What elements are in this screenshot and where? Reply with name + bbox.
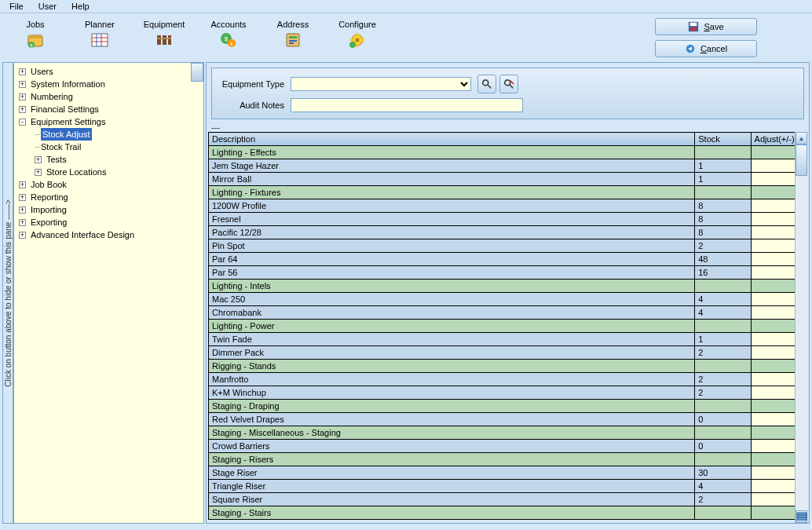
expand-icon[interactable]: + (19, 194, 26, 201)
category-row[interactable]: Staging - Draping (209, 400, 807, 413)
tree-item[interactable]: +Exporting (16, 216, 202, 228)
cell-description: Staging - Stairs (209, 506, 695, 520)
tree-scroll-thumb[interactable] (191, 63, 203, 82)
grid-scrollbar[interactable]: ▲ ▼ (795, 132, 807, 523)
main-area: Click on button above to hide or show th… (0, 60, 812, 526)
item-row[interactable]: Dimmer Pack2 (209, 346, 807, 360)
item-row[interactable]: Jem Stage Hazer1 (209, 159, 807, 173)
equipment-type-select[interactable] (291, 77, 471, 91)
expand-icon[interactable]: + (19, 207, 26, 214)
expand-icon[interactable]: + (35, 169, 42, 176)
tree-item[interactable]: +Advanced Interface Design (16, 228, 202, 241)
item-row[interactable]: Fresnel8 (209, 213, 807, 226)
tree-item-label: Store Locations (46, 166, 106, 178)
cell-stock: 2 (695, 493, 751, 506)
cell-description: K+M Winchup (209, 386, 695, 400)
toolbar-accounts[interactable]: Accounts $€ (201, 18, 256, 51)
cell-stock: 2 (695, 239, 751, 253)
expand-icon[interactable]: + (19, 181, 26, 188)
toolbar-accounts-label: Accounts (210, 20, 246, 29)
search-button[interactable] (477, 75, 496, 93)
cell-description: Mac 250 (209, 293, 695, 306)
toolbar-address-label: Address (277, 20, 309, 29)
toolbar-configure[interactable]: Configure (330, 18, 385, 51)
toolbar-planner[interactable]: Planner (72, 18, 127, 51)
toolbar-equipment[interactable]: Equipment (137, 18, 192, 51)
search-clear-icon (503, 79, 514, 90)
tree-item[interactable]: +Importing (16, 203, 202, 216)
item-row[interactable]: Chromabank4 (209, 306, 807, 320)
category-row[interactable]: Rigging - Stands (209, 360, 807, 373)
svg-rect-30 (691, 27, 697, 31)
tree-item[interactable]: +Users (16, 65, 202, 78)
cancel-button[interactable]: Cancel (655, 40, 757, 57)
menu-file[interactable]: File (3, 0, 30, 13)
cell-stock (695, 453, 751, 466)
menu-help[interactable]: Help (65, 0, 96, 13)
tree-item[interactable]: +System Information (16, 78, 202, 90)
tree-item[interactable]: -Equipment Settings (16, 115, 202, 128)
item-row[interactable]: Par 6448 (209, 253, 807, 266)
expand-icon[interactable]: + (35, 156, 42, 163)
category-row[interactable]: Staging - Stairs (209, 506, 807, 520)
expand-icon[interactable]: + (19, 232, 26, 239)
svg-rect-11 (168, 35, 171, 45)
collapse-icon[interactable]: - (19, 119, 26, 126)
svg-rect-12 (157, 38, 171, 39)
category-row[interactable]: Staging - Risers (209, 453, 807, 466)
item-row[interactable]: Triangle Riser4 (209, 480, 807, 493)
svg-line-33 (488, 85, 491, 88)
tree-item[interactable]: +Financial Settings (16, 103, 202, 115)
item-row[interactable]: Stage Riser30 (209, 466, 807, 480)
cell-stock (695, 400, 751, 413)
item-row[interactable]: Square Riser2 (209, 493, 807, 506)
item-row[interactable]: Mirror Ball1 (209, 173, 807, 186)
item-row[interactable]: K+M Winchup2 (209, 386, 807, 400)
item-row[interactable]: 1200W Profile8 (209, 199, 807, 213)
tree-item-label: Users (31, 65, 53, 78)
tree-item[interactable]: ····Stock Trail (16, 141, 202, 153)
item-row[interactable]: Pin Spot2 (209, 239, 807, 253)
toolbar-address[interactable]: Address (265, 18, 320, 51)
tree-item[interactable]: ····Stock Adjust (16, 128, 202, 141)
svg-rect-25 (349, 39, 353, 41)
col-description[interactable]: Description (209, 133, 695, 146)
tree-item[interactable]: +Reporting (16, 191, 202, 203)
nav-tree[interactable]: +Users+System Information+Numbering+Fina… (13, 62, 204, 524)
col-stock[interactable]: Stock (695, 133, 751, 146)
item-row[interactable]: Red Velvet Drapes0 (209, 413, 807, 426)
svg-point-22 (356, 38, 360, 42)
category-row[interactable]: Lighting - Fixtures (209, 186, 807, 199)
toolbar-planner-label: Planner (85, 20, 115, 29)
hide-pane-strip[interactable]: Click on button above to hide or show th… (2, 62, 13, 524)
category-row[interactable]: Lighting - Power (209, 320, 807, 333)
expand-icon[interactable]: + (19, 81, 26, 88)
category-row[interactable]: Staging - Miscellaneous - Staging (209, 426, 807, 440)
category-row[interactable]: Lighting - Effects (209, 146, 807, 159)
item-row[interactable]: Mac 2504 (209, 293, 807, 306)
item-row[interactable]: Par 5616 (209, 266, 807, 280)
item-row[interactable]: Crowd Barriers0 (209, 440, 807, 453)
audit-notes-input[interactable] (291, 98, 523, 112)
stock-grid[interactable]: Description Stock Adjust(+/-) Lighting -… (208, 132, 807, 520)
tree-item[interactable]: +Store Locations (16, 166, 202, 178)
menu-user[interactable]: User (32, 0, 63, 13)
cell-description: Pin Spot (209, 239, 695, 253)
toolbar-jobs[interactable]: Jobs $ (8, 18, 63, 51)
expand-icon[interactable]: + (19, 68, 26, 75)
scroll-thumb[interactable] (796, 144, 807, 176)
search-clear-button[interactable] (499, 75, 518, 93)
scroll-up-icon[interactable]: ▲ (796, 132, 807, 144)
expand-icon[interactable]: + (19, 93, 26, 101)
expand-icon[interactable]: + (19, 219, 26, 226)
tree-item[interactable]: +Numbering (16, 90, 202, 103)
tree-item[interactable]: +Job Book (16, 178, 202, 191)
category-row[interactable]: Lighting - Intels (209, 280, 807, 293)
save-button[interactable]: Save (655, 18, 757, 35)
item-row[interactable]: Pacific 12/288 (209, 226, 807, 239)
tree-item[interactable]: +Tests (16, 153, 202, 166)
collapse-toggle[interactable]: — (207, 124, 809, 132)
expand-icon[interactable]: + (19, 106, 26, 113)
item-row[interactable]: Twin Fade1 (209, 333, 807, 346)
item-row[interactable]: Manfrotto2 (209, 373, 807, 386)
